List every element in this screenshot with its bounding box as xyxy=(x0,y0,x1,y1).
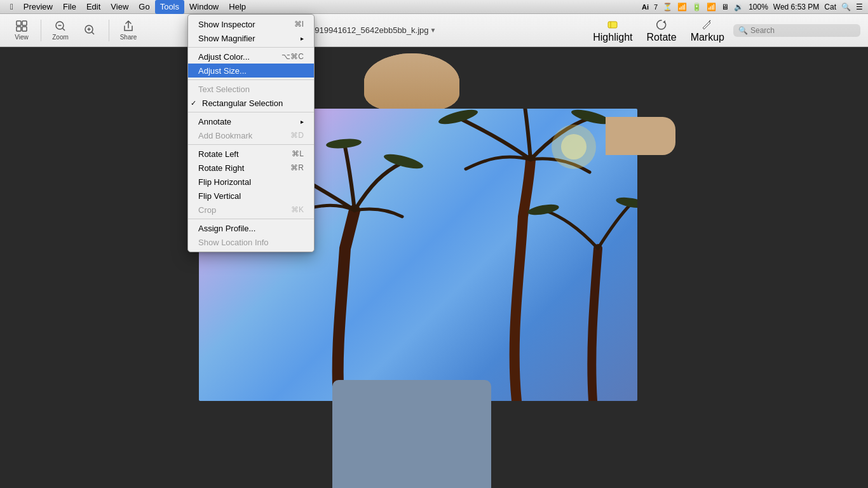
search-input[interactable] xyxy=(750,26,855,35)
menu-crop[interactable]: Crop ⌘K xyxy=(188,203,314,217)
adobe-icon: Ai xyxy=(642,3,649,11)
menu-window[interactable]: Window xyxy=(184,0,224,14)
toolbar-sep-1 xyxy=(41,20,41,41)
menu-go[interactable]: Go xyxy=(133,0,154,14)
svg-rect-3 xyxy=(22,27,27,31)
menu-rotate-left[interactable]: Rotate Left ⌘L xyxy=(188,147,314,161)
rectangular-selection-check: ✓ xyxy=(191,99,196,107)
svg-point-19 xyxy=(325,138,362,150)
zoom-in-icon xyxy=(83,24,96,36)
apple-icon:  xyxy=(10,2,13,11)
menu-preview[interactable]: Preview xyxy=(18,0,58,14)
rotate-left-shortcut: ⌘L xyxy=(292,149,304,158)
highlight-button[interactable]: Highlight xyxy=(588,15,637,46)
filename: 37919941612_5642ebb5bb_k.jpg xyxy=(306,25,429,35)
menu-show-location[interactable]: Show Location Info xyxy=(188,235,314,249)
menu-show-magnifier[interactable]: Show Magnifier ▸ xyxy=(188,31,314,45)
person-arm-right xyxy=(606,117,675,155)
apple-menu[interactable]:  xyxy=(5,0,18,14)
menu-add-bookmark[interactable]: Add Bookmark ⌘D xyxy=(188,128,314,142)
add-bookmark-shortcut: ⌘D xyxy=(290,131,304,140)
show-inspector-label: Show Inspector xyxy=(198,20,255,29)
search-icon[interactable]: 🔍 xyxy=(841,3,851,11)
username: Cat xyxy=(824,3,836,11)
adjust-color-shortcut: ⌥⌘C xyxy=(281,52,304,61)
wifi-icon: 📶 xyxy=(707,3,716,11)
rotate-right-shortcut: ⌘R xyxy=(290,163,304,172)
view-icon xyxy=(15,20,28,32)
svg-rect-2 xyxy=(17,27,21,31)
highlight-label: Highlight xyxy=(593,32,632,43)
menu-text-selection[interactable]: Text Selection xyxy=(188,82,314,96)
menu-flip-vertical[interactable]: Flip Vertical xyxy=(188,189,314,203)
menu-annotate[interactable]: Annotate ▸ xyxy=(188,114,314,128)
adjust-color-label: Adjust Color... xyxy=(198,52,250,62)
markup-label: Markup xyxy=(691,32,724,43)
third-palm-tree xyxy=(527,196,637,401)
rotate-right-label: Rotate Right xyxy=(198,163,244,173)
menu-sep-5 xyxy=(188,219,314,219)
menu-sep-3 xyxy=(188,112,314,112)
highlight-icon xyxy=(606,18,620,32)
svg-rect-13 xyxy=(608,22,617,28)
filename-chevron[interactable]: ▼ xyxy=(430,27,437,34)
share-label: Share xyxy=(120,34,137,41)
toolbar-sep-2 xyxy=(109,20,109,41)
datetime: Wed 6:53 PM xyxy=(773,3,819,11)
annotate-label: Annotate xyxy=(198,117,231,126)
share-icon xyxy=(122,20,135,32)
menu-file[interactable]: File xyxy=(58,0,81,14)
toolbar-right-group: Highlight Rotate Markup 🔍 xyxy=(588,15,860,46)
zoom-out-button[interactable]: Zoom xyxy=(46,17,74,43)
person-face xyxy=(364,53,459,111)
share-button[interactable]: Share xyxy=(114,17,142,43)
menu-help[interactable]: Help xyxy=(224,0,251,14)
menu-bar:  Preview File Edit View Go Tools Window… xyxy=(0,0,868,14)
menu-rectangular-selection[interactable]: ✓ Rectangular Selection xyxy=(188,96,314,110)
toolbar-left-group: View xyxy=(8,17,36,43)
search-box[interactable]: 🔍 xyxy=(733,24,860,37)
view-button[interactable]: View xyxy=(8,17,36,43)
menu-adjust-color[interactable]: Adjust Color... ⌥⌘C xyxy=(188,50,314,64)
markup-button[interactable]: Markup xyxy=(686,15,729,46)
volume-icon: 🔉 xyxy=(734,3,743,11)
battery-icon: 🔋 xyxy=(692,3,702,11)
menu-flip-horizontal[interactable]: Flip Horizontal xyxy=(188,175,314,189)
show-magnifier-arrow: ▸ xyxy=(301,35,304,42)
search-magnifier-icon: 🔍 xyxy=(738,26,748,35)
list-icon[interactable]: ☰ xyxy=(856,3,863,11)
menu-adjust-size[interactable]: Adjust Size... xyxy=(188,64,314,78)
menu-tools[interactable]: Tools xyxy=(155,0,184,14)
svg-line-10 xyxy=(92,32,95,34)
zoom-in-button[interactable] xyxy=(76,21,104,40)
display-icon: 🖥 xyxy=(721,3,729,11)
view-label: View xyxy=(15,34,29,41)
markup-icon xyxy=(700,18,714,32)
menu-view[interactable]: View xyxy=(105,0,133,14)
person-body-lower xyxy=(332,380,491,488)
menu-edit[interactable]: Edit xyxy=(81,0,105,14)
bluetooth-icon: 📶 xyxy=(677,3,687,11)
svg-rect-1 xyxy=(22,21,27,25)
menu-sep-4 xyxy=(188,144,314,145)
rectangular-selection-label: Rectangular Selection xyxy=(198,98,283,108)
zoom-out-icon xyxy=(54,20,67,32)
photo-area xyxy=(0,47,868,488)
adjust-size-label: Adjust Size... xyxy=(198,66,247,76)
rotate-button[interactable]: Rotate xyxy=(642,15,682,46)
assign-profile-label: Assign Profile... xyxy=(198,224,255,233)
rotate-icon xyxy=(654,18,668,32)
time-machine-icon: ⏳ xyxy=(663,3,672,11)
menu-sep-1 xyxy=(188,47,314,48)
svg-point-26 xyxy=(561,134,587,159)
rotate-left-label: Rotate Left xyxy=(198,149,239,159)
battery-percent: 100% xyxy=(749,3,768,11)
menu-assign-profile[interactable]: Assign Profile... xyxy=(188,221,314,235)
toolbar: View Zoom Share xyxy=(0,14,868,47)
menu-show-inspector[interactable]: Show Inspector ⌘I xyxy=(188,17,314,31)
crop-label: Crop xyxy=(198,205,216,215)
zoom-label: Zoom xyxy=(52,34,69,41)
menu-rotate-right[interactable]: Rotate Right ⌘R xyxy=(188,161,314,175)
svg-line-16 xyxy=(709,20,710,22)
toolbar-zoom-group: Zoom xyxy=(46,17,104,43)
